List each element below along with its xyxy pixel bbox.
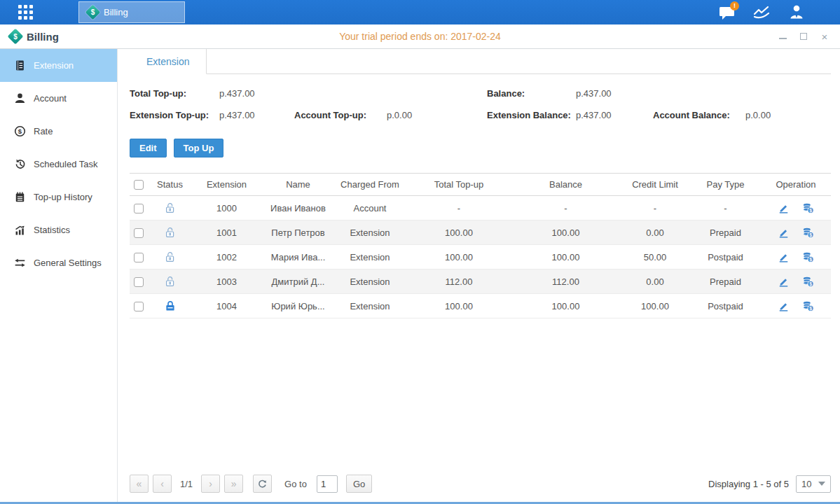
minimize-button[interactable] bbox=[777, 31, 788, 42]
top-up-row-button[interactable]: $ bbox=[802, 202, 814, 214]
col-header-charged-from: Charged From bbox=[333, 174, 406, 196]
main-content: Extension Total Top-up: p.437.00 Balance… bbox=[118, 49, 840, 502]
cell-name: Иван Иванов bbox=[263, 196, 333, 220]
user-menu-button[interactable] bbox=[787, 3, 806, 22]
topbar-right-icons: ! bbox=[717, 0, 840, 24]
cell-pay-type: - bbox=[690, 196, 761, 220]
cell-credit-limit: 100.00 bbox=[620, 294, 690, 318]
total-topup-value: p.437.00 bbox=[219, 88, 294, 99]
col-header-status: Status bbox=[149, 174, 191, 196]
edit-row-button[interactable] bbox=[778, 227, 790, 239]
cell-extension: 1000 bbox=[191, 196, 263, 220]
reports-button[interactable] bbox=[752, 3, 771, 22]
user-icon bbox=[788, 4, 805, 21]
svg-text:$: $ bbox=[809, 257, 812, 262]
cell-extension: 1003 bbox=[191, 270, 263, 294]
unlocked-icon bbox=[165, 202, 176, 214]
page-size-select[interactable]: 10 bbox=[796, 475, 831, 493]
table-row: 1004 Юрий Юрь... Extension 100.00 100.00… bbox=[130, 294, 831, 318]
pager-right: Displaying 1 - 5 of 5 10 bbox=[708, 475, 831, 493]
sidebar-item-topup-history[interactable]: Top-up History bbox=[0, 181, 117, 214]
cell-balance: 100.00 bbox=[511, 245, 620, 270]
cell-balance: 100.00 bbox=[511, 294, 620, 318]
cell-charged-from: Account bbox=[333, 196, 406, 220]
sidebar-item-label: Top-up History bbox=[34, 192, 92, 202]
table-row: 1000 Иван Иванов Account - - - - $ bbox=[130, 196, 831, 220]
page-indicator: 1/1 bbox=[180, 479, 193, 489]
refresh-button[interactable] bbox=[253, 475, 272, 493]
balance-label: Balance: bbox=[487, 88, 576, 99]
cell-credit-limit: 50.00 bbox=[620, 245, 690, 270]
first-page-button[interactable]: « bbox=[130, 475, 149, 493]
cell-name: Мария Ива... bbox=[263, 245, 333, 270]
go-button[interactable]: Go bbox=[346, 475, 372, 493]
maximize-button[interactable] bbox=[798, 31, 809, 42]
last-page-button[interactable]: » bbox=[224, 475, 243, 493]
top-up-row-button[interactable]: $ bbox=[802, 276, 814, 288]
top-up-button[interactable]: Top Up bbox=[174, 139, 224, 158]
extension-topup-value: p.437.00 bbox=[219, 110, 294, 120]
sidebar-item-account[interactable]: Account bbox=[0, 82, 117, 115]
title-left: $ Billing bbox=[10, 31, 59, 43]
table-row: 1001 Петр Петров Extension 100.00 100.00… bbox=[130, 220, 831, 245]
unlocked-icon bbox=[165, 227, 176, 239]
top-up-row-button[interactable]: $ bbox=[802, 227, 814, 239]
notification-badge: ! bbox=[730, 1, 739, 10]
cell-name: Петр Петров bbox=[263, 220, 333, 245]
edit-button[interactable]: Edit bbox=[130, 139, 167, 158]
billing-diamond-icon: $ bbox=[85, 5, 100, 20]
svg-text:$: $ bbox=[809, 306, 812, 312]
tab-extension[interactable]: Extension bbox=[130, 49, 207, 74]
window-controls: × bbox=[777, 31, 830, 42]
locked-icon bbox=[165, 300, 176, 312]
row-checkbox[interactable] bbox=[134, 253, 144, 262]
sidebar-item-rate[interactable]: $ Rate bbox=[0, 115, 117, 148]
col-header-balance: Balance bbox=[511, 174, 620, 196]
sidebar-item-scheduled-task[interactable]: Scheduled Task bbox=[0, 148, 117, 181]
table-row: 1002 Мария Ива... Extension 100.00 100.0… bbox=[130, 245, 831, 270]
row-checkbox[interactable] bbox=[134, 204, 144, 214]
scheduled-task-icon bbox=[14, 158, 26, 170]
next-page-button[interactable]: › bbox=[201, 475, 220, 493]
row-checkbox[interactable] bbox=[134, 302, 144, 312]
prev-page-button[interactable]: ‹ bbox=[153, 475, 172, 493]
sidebar-item-extension[interactable]: Extension bbox=[0, 49, 117, 82]
billing-app-window: $ Billing ! bbox=[0, 0, 840, 504]
statistics-icon bbox=[14, 224, 26, 236]
top-up-row-button[interactable]: $ bbox=[802, 300, 814, 312]
apps-menu-button[interactable] bbox=[0, 0, 50, 24]
edit-row-button[interactable] bbox=[778, 276, 790, 288]
close-button[interactable]: × bbox=[819, 31, 830, 42]
table-row: 1003 Дмитрий Д... Extension 112.00 112.0… bbox=[130, 270, 831, 294]
row-checkbox[interactable] bbox=[134, 277, 144, 287]
goto-page-input[interactable] bbox=[317, 475, 338, 493]
extensions-table: Status Extension Name Charged From Total… bbox=[130, 173, 831, 318]
table-header-row: Status Extension Name Charged From Total… bbox=[130, 174, 831, 196]
page-title: Billing bbox=[27, 31, 59, 43]
cell-extension: 1001 bbox=[191, 220, 263, 245]
sidebar-item-general-settings[interactable]: General Settings bbox=[0, 246, 117, 279]
displaying-text: Displaying 1 - 5 of 5 bbox=[708, 479, 789, 489]
sidebar-item-label: Extension bbox=[34, 60, 74, 71]
goto-label: Go to bbox=[284, 479, 307, 489]
cell-charged-from: Extension bbox=[333, 270, 406, 294]
edit-row-button[interactable] bbox=[778, 202, 790, 214]
topbar-tab-billing[interactable]: $ Billing bbox=[78, 1, 185, 23]
cell-total-topup: 100.00 bbox=[406, 220, 511, 245]
window-body: Extension Account $ Rate Scheduled Task bbox=[0, 49, 840, 502]
topbar: $ Billing ! bbox=[0, 0, 840, 24]
row-checkbox[interactable] bbox=[134, 228, 144, 238]
select-all-checkbox[interactable] bbox=[134, 180, 144, 190]
edit-row-button[interactable] bbox=[778, 251, 790, 263]
col-header-name: Name bbox=[263, 174, 333, 196]
line-chart-icon bbox=[752, 4, 771, 21]
balance-summary: Total Top-up: p.437.00 Balance: p.437.00… bbox=[130, 83, 831, 126]
col-header-total-topup: Total Top-up bbox=[406, 174, 511, 196]
edit-row-button[interactable] bbox=[778, 300, 790, 312]
top-up-row-button[interactable]: $ bbox=[802, 251, 814, 263]
cell-credit-limit: - bbox=[620, 196, 690, 220]
notifications-button[interactable]: ! bbox=[717, 3, 736, 22]
billing-diamond-icon: $ bbox=[8, 29, 24, 45]
unlocked-icon bbox=[165, 251, 176, 263]
sidebar-item-statistics[interactable]: Statistics bbox=[0, 214, 117, 246]
